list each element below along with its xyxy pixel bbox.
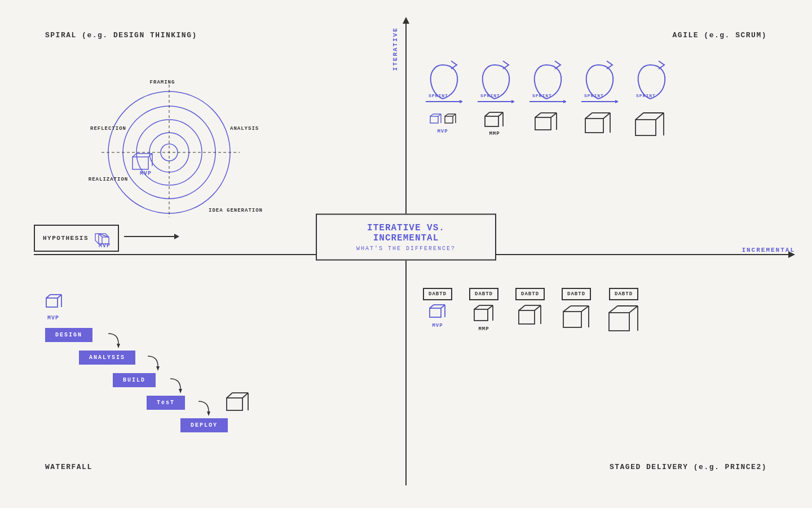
svg-rect-65 [46, 298, 58, 307]
dabtd-box-1: DABTD [423, 288, 452, 300]
svg-line-56 [603, 113, 610, 119]
sprint1-cube2 [444, 113, 456, 125]
svg-marker-52 [615, 100, 618, 103]
svg-text:MVP: MVP [140, 170, 152, 177]
waterfall-analysis: ANALYSIS [79, 351, 135, 365]
svg-rect-74 [227, 398, 242, 410]
staged-col-2: DABTD MMP [469, 288, 498, 332]
svg-text:SPRINT: SPRINT [532, 93, 552, 98]
dabtd-box-5: DABTD [609, 288, 638, 300]
svg-text:ANALYSIS: ANALYSIS [230, 126, 259, 132]
dabtd-box-2: DABTD [469, 288, 498, 300]
incremental-label: INCREMENTAL [742, 247, 795, 253]
svg-text:SPRINT: SPRINT [584, 93, 604, 98]
staged2-cube [473, 304, 495, 323]
sprint-loop-5: SPRINT [630, 56, 670, 107]
waterfall-end-cube [226, 390, 250, 415]
svg-marker-73 [207, 411, 210, 416]
dabtd-box-3: DABTD [515, 288, 545, 300]
sprint-5: SPRINT [630, 56, 670, 138]
quadrant-top-left: SPIRAL (e.g. DESIGN THINKING) [45, 31, 197, 40]
quadrant-bottom-right: STAGED DELIVERY (e.g. PRINCE2) [610, 463, 767, 471]
svg-text:REALIZATION: REALIZATION [89, 177, 128, 182]
svg-line-17 [133, 154, 136, 157]
svg-marker-23 [460, 100, 462, 103]
sprint-loop-4: SPRINT [579, 56, 618, 107]
svg-rect-54 [585, 119, 603, 133]
hypothesis-mvp-label: MVP [99, 243, 111, 249]
waterfall-test: TesT [147, 396, 185, 410]
svg-line-90 [519, 305, 525, 310]
spiral-diagram: FRAMING REFLECTION ANALYSIS REALIZATION … [73, 62, 265, 220]
svg-line-96 [581, 306, 589, 312]
arrow-test-deploy [197, 400, 214, 417]
waterfall-mvp-cube [45, 294, 63, 310]
sprint-1: SPRINT MVP [423, 56, 462, 138]
sprint1-cube1 [429, 113, 442, 125]
svg-line-80 [430, 305, 434, 308]
svg-rect-84 [474, 309, 488, 321]
svg-line-91 [535, 305, 541, 310]
staged3-cube [518, 304, 542, 326]
svg-text:REFLECTION: REFLECTION [90, 126, 126, 132]
svg-marker-36 [511, 100, 514, 103]
sprint-loop-3: SPRINT [527, 56, 566, 107]
sprint3-cube [534, 111, 559, 131]
svg-rect-99 [609, 313, 629, 331]
arrow-analysis-build [147, 355, 164, 372]
svg-rect-60 [636, 120, 656, 135]
svg-line-40 [498, 112, 503, 116]
sprint-loop-1: SPRINT [423, 56, 462, 107]
svg-line-62 [656, 113, 664, 120]
svg-rect-30 [445, 116, 453, 123]
svg-line-95 [563, 306, 571, 312]
svg-text:FRAMING: FRAMING [150, 80, 175, 85]
staged-col-3: DABTD [515, 288, 545, 326]
waterfall-deploy: DEPLOY [180, 418, 228, 432]
waterfall-design: DESIGN [45, 328, 92, 342]
svg-line-66 [46, 295, 50, 298]
svg-line-100 [609, 306, 617, 313]
svg-text:SPRINT: SPRINT [480, 93, 500, 98]
svg-marker-72 [179, 389, 182, 393]
svg-marker-71 [156, 366, 160, 371]
svg-rect-25 [430, 116, 438, 123]
quadrant-bottom-left: WATERFALL [45, 463, 92, 471]
svg-line-86 [488, 305, 493, 309]
svg-rect-38 [485, 116, 498, 126]
svg-line-81 [441, 305, 445, 308]
svg-line-47 [535, 113, 541, 117]
svg-line-67 [58, 295, 61, 298]
waterfall-container: MVP DESIGN ANALYSIS [45, 294, 63, 328]
iterative-label: ITERATIVE [392, 27, 399, 71]
svg-marker-70 [117, 344, 120, 348]
staged-col-5: DABTD [608, 288, 639, 333]
svg-rect-89 [519, 310, 535, 324]
sprint-2: SPRINT MMP [475, 56, 514, 138]
svg-text:IDEA GENERATION: IDEA GENERATION [209, 208, 263, 213]
hypothesis-label: HYPOTHESIS [43, 235, 89, 242]
staged1-cube [429, 304, 447, 319]
svg-line-18 [148, 154, 152, 157]
sprint4-cube [584, 111, 612, 134]
svg-line-101 [629, 306, 638, 313]
arrow-build-test [169, 378, 186, 395]
svg-line-55 [585, 113, 592, 119]
svg-text:SPRINT: SPRINT [429, 93, 448, 98]
svg-line-48 [551, 113, 557, 117]
sprint2-cube [484, 111, 505, 128]
center-subtitle: WHAT'S THE DIFFERENCE? [334, 246, 478, 252]
svg-line-39 [485, 112, 489, 116]
svg-text:SPRINT: SPRINT [636, 93, 656, 98]
svg-rect-46 [535, 117, 551, 130]
sprint-3: SPRINT [527, 56, 566, 138]
hypothesis-arrow [124, 236, 175, 237]
svg-line-75 [227, 393, 232, 398]
sprint-loop-2: SPRINT [475, 56, 514, 107]
center-title: ITERATIVE VS. INCREMENTAL [334, 223, 478, 243]
staged-col-1: DABTD MVP [423, 288, 452, 329]
staged5-cube [608, 304, 639, 333]
staged-col-4: DABTD [562, 288, 591, 330]
quadrant-top-right: AGILE (e.g. SCRUM) [673, 31, 767, 40]
agile-container: SPRINT MVP [423, 56, 670, 138]
